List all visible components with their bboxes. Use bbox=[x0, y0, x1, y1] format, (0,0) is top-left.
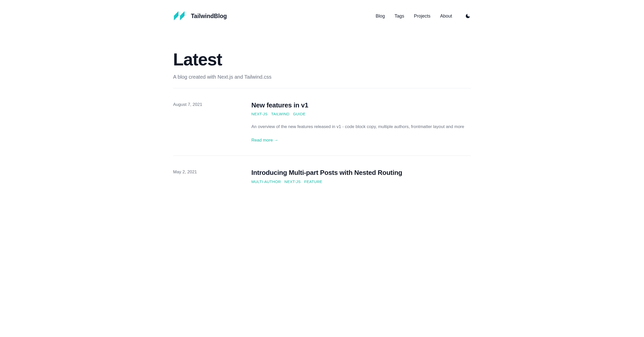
brand-name: TailwindBlog bbox=[191, 13, 227, 20]
post-body: Introducing Multi-part Posts with Nested… bbox=[251, 168, 471, 184]
primary-nav: Blog Tags Projects About bbox=[376, 13, 471, 19]
hero-section: Latest A blog created with Next.js and T… bbox=[173, 32, 471, 88]
nav-tags[interactable]: Tags bbox=[395, 13, 404, 19]
post-body: New features in v1 NEXT-JS TAILWIND GUID… bbox=[251, 101, 471, 143]
post-date: August 7, 2021 bbox=[173, 101, 246, 143]
theme-toggle-button[interactable] bbox=[465, 13, 471, 19]
tag-link[interactable]: MULTI-AUTHOR bbox=[251, 179, 281, 184]
brand-link[interactable]: TailwindBlog bbox=[173, 10, 227, 22]
nav-projects[interactable]: Projects bbox=[414, 13, 430, 19]
post-item: May 2, 2021 Introducing Multi-part Posts… bbox=[173, 156, 471, 196]
post-item: August 7, 2021 New features in v1 NEXT-J… bbox=[173, 88, 471, 156]
page-title: Latest bbox=[173, 50, 471, 69]
tag-link[interactable]: NEXT-JS bbox=[284, 179, 301, 184]
nav-about[interactable]: About bbox=[440, 13, 452, 19]
svg-marker-0 bbox=[174, 11, 178, 20]
tag-link[interactable]: TAILWIND bbox=[271, 112, 289, 116]
brand-logo-icon bbox=[173, 10, 187, 22]
moon-icon bbox=[465, 13, 471, 19]
post-date: May 2, 2021 bbox=[173, 168, 246, 184]
post-list: August 7, 2021 New features in v1 NEXT-J… bbox=[173, 88, 471, 196]
post-tags: NEXT-JS TAILWIND GUIDE bbox=[251, 112, 471, 116]
nav-blog[interactable]: Blog bbox=[376, 13, 385, 19]
read-more-link[interactable]: Read more → bbox=[251, 138, 278, 143]
post-tags: MULTI-AUTHOR NEXT-JS FEATURE bbox=[251, 179, 471, 184]
post-title-link[interactable]: Introducing Multi-part Posts with Nested… bbox=[251, 168, 471, 177]
post-title-link[interactable]: New features in v1 bbox=[251, 101, 471, 109]
tag-link[interactable]: NEXT-JS bbox=[251, 112, 268, 116]
tag-link[interactable]: GUIDE bbox=[293, 112, 305, 116]
post-excerpt: An overview of the new features released… bbox=[251, 123, 471, 131]
svg-marker-1 bbox=[180, 11, 185, 20]
tag-link[interactable]: FEATURE bbox=[304, 179, 322, 184]
page-subtitle: A blog created with Next.js and Tailwind… bbox=[173, 74, 471, 80]
site-header: TailwindBlog Blog Tags Projects About bbox=[173, 0, 471, 32]
